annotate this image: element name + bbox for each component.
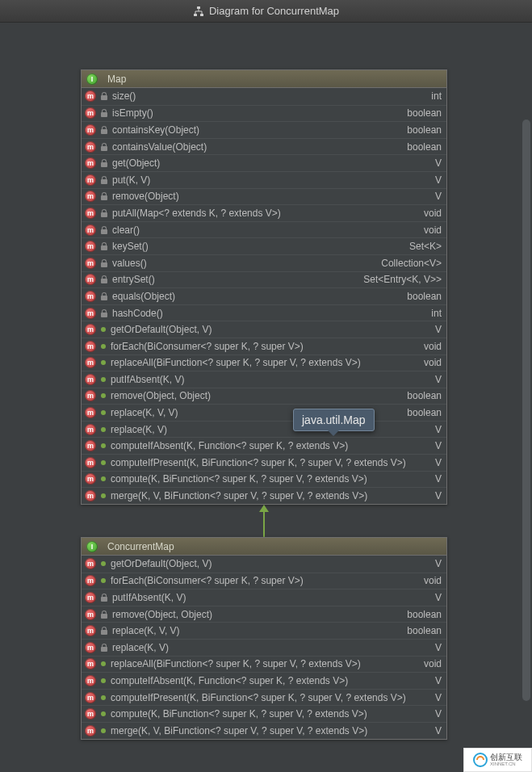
method-icon: m bbox=[85, 390, 96, 401]
method-signature: hashCode() bbox=[112, 308, 423, 319]
method-row[interactable]: mreplace(K, V, V)boolean bbox=[82, 404, 446, 421]
method-signature: remove(Object, Object) bbox=[111, 390, 399, 401]
method-icon: m bbox=[85, 224, 96, 236]
uml-interface-map[interactable]: I Map msize()intmisEmpty()booleanmcontai… bbox=[81, 69, 447, 505]
method-icon: m bbox=[85, 157, 96, 169]
method-signature: put(K, V) bbox=[112, 174, 427, 186]
method-return-type: void bbox=[424, 357, 442, 368]
method-signature: keySet() bbox=[112, 241, 401, 252]
method-row[interactable]: mputIfAbsent(K, V)V bbox=[82, 589, 446, 606]
method-icon: m bbox=[85, 575, 96, 586]
abstract-marker-icon bbox=[101, 242, 107, 250]
svg-point-3 bbox=[474, 753, 487, 766]
method-signature: compute(K, BiFunction<? super K, ? super… bbox=[111, 473, 427, 485]
default-method-marker-icon bbox=[101, 728, 106, 733]
method-icon: m bbox=[85, 241, 96, 252]
method-row[interactable]: mcomputeIfAbsent(K, Function<? super K, … bbox=[82, 437, 446, 454]
svg-rect-0 bbox=[197, 6, 200, 9]
abstract-marker-icon bbox=[101, 292, 107, 300]
method-return-type: V bbox=[435, 440, 442, 451]
method-row[interactable]: mforEach(BiConsumer<? super K, ? super V… bbox=[82, 573, 446, 589]
method-row[interactable]: mcompute(K, BiFunction<? super K, ? supe… bbox=[82, 705, 446, 722]
method-signature: computeIfAbsent(K, Function<? super K, ?… bbox=[111, 675, 427, 686]
method-row[interactable]: mreplaceAll(BiFunction<? super K, ? supe… bbox=[82, 355, 446, 371]
vertical-scrollbar[interactable] bbox=[521, 23, 532, 772]
method-row[interactable]: mgetOrDefault(Object, V)V bbox=[82, 556, 446, 573]
interface-icon: I bbox=[86, 73, 98, 85]
method-row[interactable]: mreplace(K, V, V)boolean bbox=[82, 622, 446, 639]
method-icon: m bbox=[85, 308, 96, 319]
method-row[interactable]: mget(Object)V bbox=[82, 154, 446, 171]
method-icon: m bbox=[85, 357, 96, 368]
uml-title: Map bbox=[107, 73, 126, 85]
method-row[interactable]: msize()int bbox=[82, 88, 446, 105]
method-signature: replace(K, V) bbox=[111, 424, 427, 435]
method-row[interactable]: mremove(Object)V bbox=[82, 188, 446, 205]
method-signature: putAll(Map<? extends K, ? extends V>) bbox=[112, 208, 416, 219]
method-row[interactable]: mcompute(K, BiFunction<? super K, ? supe… bbox=[82, 471, 446, 488]
method-row[interactable]: mvalues()Collection<V> bbox=[82, 254, 446, 271]
uml-header[interactable]: I Map bbox=[82, 70, 446, 88]
method-row[interactable]: mforEach(BiConsumer<? super K, ? super V… bbox=[82, 338, 446, 355]
interface-icon: I bbox=[86, 541, 98, 552]
method-icon: m bbox=[85, 473, 96, 485]
method-row[interactable]: mclear()void bbox=[82, 221, 446, 238]
method-row[interactable]: mmerge(K, V, BiFunction<? super V, ? sup… bbox=[82, 487, 446, 504]
method-row[interactable]: mputIfAbsent(K, V)V bbox=[82, 371, 446, 388]
method-signature: computeIfPresent(K, BiFunction<? super K… bbox=[111, 457, 427, 468]
default-method-marker-icon bbox=[101, 393, 106, 398]
method-return-type: Collection<V> bbox=[381, 258, 442, 269]
method-row[interactable]: mreplaceAll(BiFunction<? super K, ? supe… bbox=[82, 656, 446, 673]
method-signature: replace(K, V) bbox=[112, 642, 427, 653]
default-method-marker-icon bbox=[101, 460, 106, 465]
method-signature: size() bbox=[112, 90, 423, 102]
method-row[interactable]: mequals(Object)boolean bbox=[82, 287, 446, 304]
scrollbar-thumb[interactable] bbox=[522, 120, 530, 701]
method-return-type: boolean bbox=[407, 107, 442, 119]
method-icon: m bbox=[85, 558, 96, 569]
hierarchy-icon bbox=[193, 6, 204, 17]
method-row[interactable]: mreplace(K, V)V bbox=[82, 639, 446, 656]
method-return-type: int bbox=[431, 90, 442, 102]
default-method-marker-icon bbox=[101, 711, 106, 716]
diagram-canvas[interactable]: I Map msize()intmisEmpty()booleanmcontai… bbox=[0, 23, 521, 772]
method-return-type: V bbox=[435, 374, 442, 385]
method-row[interactable]: mput(K, V)V bbox=[82, 171, 446, 188]
method-row[interactable]: mcontainsKey(Object)boolean bbox=[82, 121, 446, 138]
abstract-marker-icon bbox=[101, 209, 107, 217]
watermark-text-bottom: XINNET.CN bbox=[490, 762, 522, 766]
uml-header[interactable]: I ConcurrentMap bbox=[82, 538, 446, 556]
method-row[interactable]: mmerge(K, V, BiFunction<? super V, ? sup… bbox=[82, 722, 446, 739]
method-signature: clear() bbox=[112, 224, 416, 236]
watermark-text-top: 创新互联 bbox=[490, 753, 522, 762]
method-row[interactable]: mhashCode()int bbox=[82, 304, 446, 321]
method-signature: equals(Object) bbox=[112, 291, 399, 302]
method-icon: m bbox=[85, 675, 96, 686]
method-row[interactable]: mcomputeIfAbsent(K, Function<? super K, … bbox=[82, 672, 446, 689]
method-row[interactable]: mremove(Object, Object)boolean bbox=[82, 606, 446, 623]
uml-interface-concurrentmap[interactable]: I ConcurrentMap mgetOrDefault(Object, V)… bbox=[81, 537, 447, 740]
tooltip: java.util.Map bbox=[293, 409, 375, 431]
method-row[interactable]: mgetOrDefault(Object, V)V bbox=[82, 321, 446, 338]
method-signature: merge(K, V, BiFunction<? super V, ? supe… bbox=[111, 490, 427, 501]
method-icon: m bbox=[85, 191, 96, 202]
method-return-type: V bbox=[435, 558, 442, 569]
method-row[interactable]: mreplace(K, V)V bbox=[82, 421, 446, 438]
method-icon: m bbox=[85, 374, 96, 385]
method-return-type: void bbox=[424, 224, 442, 236]
abstract-marker-icon bbox=[101, 594, 107, 602]
svg-rect-1 bbox=[194, 14, 197, 16]
default-method-marker-icon bbox=[101, 695, 106, 700]
method-row[interactable]: mentrySet()Set<Entry<K, V>> bbox=[82, 271, 446, 288]
method-row[interactable]: misEmpty()boolean bbox=[82, 105, 446, 122]
method-row[interactable]: mkeySet()Set<K> bbox=[82, 237, 446, 254]
method-row[interactable]: mcomputeIfPresent(K, BiFunction<? super … bbox=[82, 689, 446, 706]
method-icon: m bbox=[85, 107, 96, 119]
method-row[interactable]: mcontainsValue(Object)boolean bbox=[82, 138, 446, 155]
method-return-type: boolean bbox=[407, 407, 442, 418]
method-row[interactable]: mputAll(Map<? extends K, ? extends V>)vo… bbox=[82, 204, 446, 221]
method-row[interactable]: mremove(Object, Object)boolean bbox=[82, 388, 446, 405]
default-method-marker-icon bbox=[101, 327, 106, 332]
method-row[interactable]: mcomputeIfPresent(K, BiFunction<? super … bbox=[82, 454, 446, 471]
method-icon: m bbox=[85, 174, 96, 186]
